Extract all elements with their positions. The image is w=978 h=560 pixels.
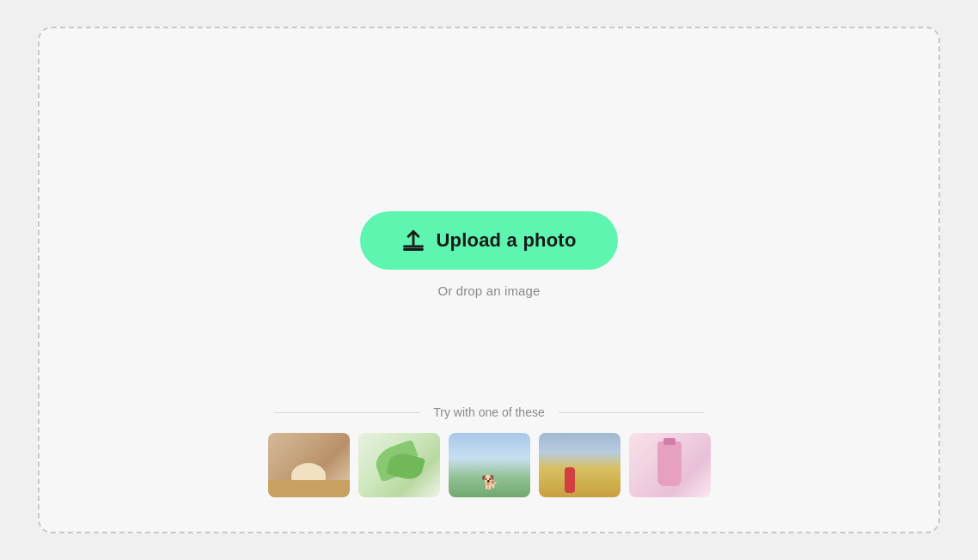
drop-hint-text: Or drop an image: [437, 283, 540, 298]
sample-section: Try with one of these: [40, 405, 938, 497]
divider-line-left: [274, 412, 419, 413]
sample-divider: Try with one of these: [274, 405, 704, 419]
upload-area: Upload a photo Or drop an image: [360, 211, 617, 298]
sample-image-2[interactable]: [358, 433, 440, 497]
sample-label: Try with one of these: [433, 405, 544, 419]
upload-button-label: Upload a photo: [436, 229, 576, 252]
divider-line-right: [559, 412, 704, 413]
drop-zone[interactable]: Upload a photo Or drop an image Try with…: [38, 27, 940, 533]
sample-image-4[interactable]: [539, 433, 620, 497]
sample-image-1[interactable]: [268, 433, 350, 497]
sample-image-5[interactable]: [629, 433, 711, 497]
upload-photo-button[interactable]: Upload a photo: [360, 211, 617, 270]
upload-icon: [401, 228, 425, 253]
sample-image-3[interactable]: [449, 433, 530, 497]
sample-images-row: [268, 433, 711, 497]
